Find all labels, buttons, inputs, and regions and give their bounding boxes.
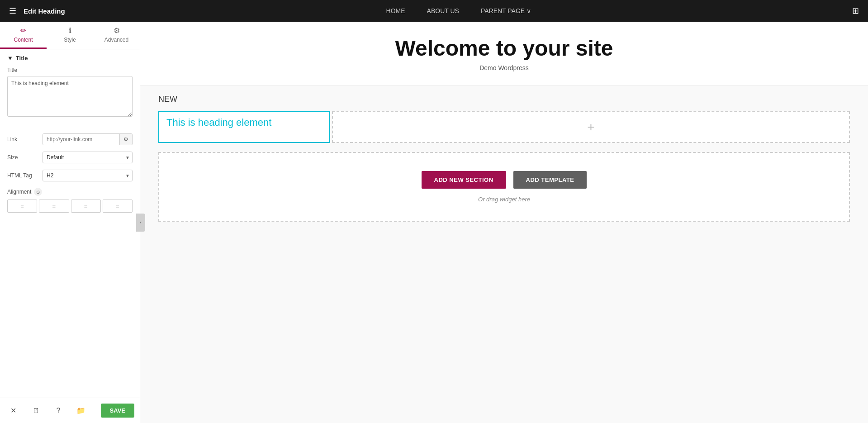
nav-parent[interactable]: PARENT PAGE ∨ — [481, 7, 531, 14]
panel-title: Edit Heading — [24, 7, 65, 15]
tab-content-label: Content — [14, 37, 33, 43]
link-label: Link — [7, 136, 39, 143]
main-layout: ✏ Content ℹ Style ⚙ Advanced ▼ Title Tit… — [0, 22, 868, 423]
nav-left: ☰ Edit Heading — [9, 6, 65, 16]
link-input-wrapper: ⚙ — [43, 133, 133, 145]
element-row: This is heading element + — [158, 111, 850, 143]
add-template-button[interactable]: ADD TEMPLATE — [513, 171, 587, 189]
html-tag-field-row: HTML Tag H1 H2 H3 H4 H5 H6 div span p ▼ — [7, 170, 133, 181]
nav-center: HOME ABOUT US PARENT PAGE ∨ — [83, 7, 834, 14]
nav-right: ⊞ — [852, 6, 859, 16]
sidebar-tabs: ✏ Content ℹ Style ⚙ Advanced — [0, 22, 140, 49]
align-left-button[interactable]: ≡ — [7, 200, 37, 213]
bottom-bar: ✕ 🖥 ? 📁 SAVE — [0, 398, 140, 423]
link-input[interactable] — [43, 134, 119, 145]
html-tag-select[interactable]: H1 H2 H3 H4 H5 H6 div span p — [43, 170, 133, 181]
empty-column-box[interactable]: + — [332, 111, 850, 143]
section-title-header: ▼ Title — [7, 55, 133, 62]
tab-style-label: Style — [64, 37, 76, 43]
heading-element-box[interactable]: This is heading element — [158, 111, 330, 143]
link-settings-button[interactable]: ⚙ — [119, 134, 132, 145]
link-field-row: Link ⚙ — [7, 133, 133, 145]
size-select[interactable]: Default Small Medium Large XL XXL — [43, 152, 133, 163]
size-select-wrapper: Default Small Medium Large XL XXL ▼ — [43, 152, 133, 163]
section-title-text: Title — [16, 55, 28, 62]
drag-hint: Or drag widget here — [478, 196, 530, 203]
sidebar: ✏ Content ℹ Style ⚙ Advanced ▼ Title Tit… — [0, 22, 140, 423]
canvas-area: Welcome to your site Demo Wordpress NEW … — [140, 22, 868, 423]
folder-button[interactable]: 📁 — [73, 403, 89, 418]
site-header: Welcome to your site Demo Wordpress — [140, 22, 868, 86]
close-button[interactable]: ✕ — [5, 403, 21, 418]
top-navigation: ☰ Edit Heading HOME ABOUT US PARENT PAGE… — [0, 0, 868, 22]
alignment-section: Alignment ⊙ ≡ ≡ ≡ ≡ — [7, 188, 133, 213]
size-field-row: Size Default Small Medium Large XL XXL ▼ — [7, 152, 133, 163]
desktop-view-button[interactable]: 🖥 — [28, 403, 43, 418]
html-tag-select-wrapper: H1 H2 H3 H4 H5 H6 div span p ▼ — [43, 170, 133, 181]
add-widget-icon[interactable]: + — [587, 120, 594, 134]
align-right-button[interactable]: ≡ — [71, 200, 101, 213]
html-tag-label: HTML Tag — [7, 172, 39, 179]
alignment-buttons: ≡ ≡ ≡ ≡ — [7, 200, 133, 213]
canvas-body: NEW This is heading element + ADD NEW SE… — [140, 86, 868, 423]
site-title: Welcome to your site — [158, 35, 850, 62]
align-justify-button[interactable]: ≡ — [103, 200, 133, 213]
save-button[interactable]: SAVE — [101, 404, 134, 418]
size-label: Size — [7, 154, 39, 161]
collapse-handle[interactable]: ‹ — [136, 214, 145, 232]
collapse-arrow[interactable]: ▼ — [7, 55, 13, 62]
hamburger-icon[interactable]: ☰ — [9, 6, 16, 16]
add-section-area: ADD NEW SECTION ADD TEMPLATE Or drag wid… — [158, 152, 850, 222]
add-new-section-button[interactable]: ADD NEW SECTION — [422, 171, 506, 189]
advanced-icon: ⚙ — [114, 26, 120, 35]
grid-icon[interactable]: ⊞ — [852, 6, 859, 16]
sidebar-content: ▼ Title Title Link ⚙ Size Defaul — [0, 49, 140, 398]
nav-about[interactable]: ABOUT US — [427, 7, 459, 14]
content-icon: ✏ — [20, 26, 26, 35]
tab-advanced[interactable]: ⚙ Advanced — [93, 22, 140, 49]
tab-style[interactable]: ℹ Style — [47, 22, 93, 49]
add-section-buttons: ADD NEW SECTION ADD TEMPLATE — [422, 171, 587, 189]
divider-1 — [7, 126, 133, 126]
title-label: Title — [7, 67, 133, 73]
nav-home[interactable]: HOME — [386, 7, 405, 14]
tab-content[interactable]: ✏ Content — [0, 22, 47, 49]
alignment-label: Alignment — [7, 189, 31, 195]
title-textarea[interactable] — [7, 76, 133, 117]
site-subtitle: Demo Wordpress — [158, 64, 850, 71]
style-icon: ℹ — [69, 26, 71, 35]
section-label-new: NEW — [158, 95, 850, 104]
align-center-button[interactable]: ≡ — [39, 200, 69, 213]
alignment-header: Alignment ⊙ — [7, 188, 133, 196]
tab-advanced-label: Advanced — [104, 37, 128, 43]
help-button[interactable]: ? — [51, 403, 66, 418]
heading-element-text: This is heading element — [166, 117, 271, 128]
alignment-badge: ⊙ — [34, 188, 42, 196]
